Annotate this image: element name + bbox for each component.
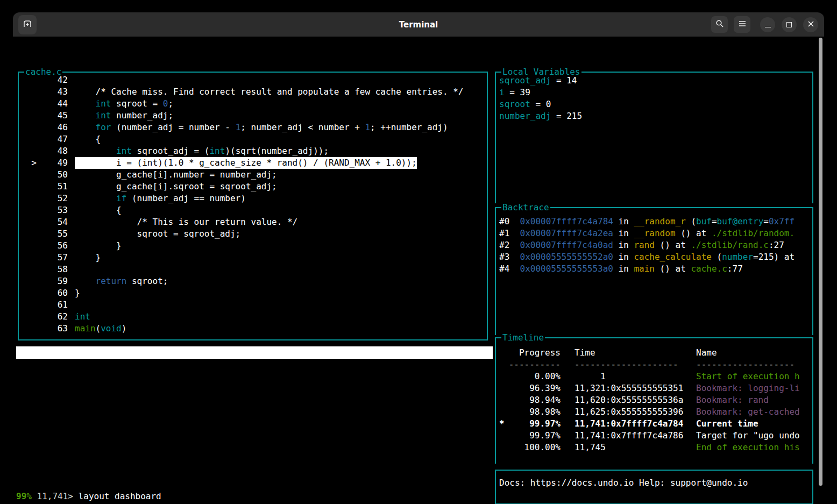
text-segment: (number_adj == number)	[126, 193, 246, 203]
current-line-marker	[19, 275, 37, 287]
timeline-progress: 98.94%	[505, 394, 561, 406]
current-line-marker	[19, 181, 37, 193]
scrollbar-thumb[interactable]	[819, 38, 822, 486]
text-segment: 0	[163, 98, 168, 109]
text-segment: ./stdlib/rand.c	[691, 240, 769, 250]
timeline-time: 11,741:0x7ffff7c4a786	[574, 430, 696, 442]
text-segment	[75, 193, 116, 203]
timeline-name: Bookmark: logging-li	[696, 382, 800, 394]
text-segment	[75, 146, 116, 156]
backtrace-panel: Backtrace #0 0x00007ffff7c4a784 in __ran…	[495, 207, 813, 335]
minimize-icon	[765, 27, 771, 27]
timeline-row-marker	[496, 347, 505, 359]
menu-button[interactable]	[734, 16, 750, 33]
timeline-progress: 99.97%	[505, 430, 561, 442]
text-segment: = 39	[505, 87, 530, 97]
line-number: 43	[37, 86, 68, 98]
timeline-separator: ----------------------------------------…	[496, 359, 812, 371]
text-segment: #0	[499, 216, 520, 226]
source-line: 63main(void)	[19, 323, 487, 335]
text-segment: 0x00005555555553a0	[520, 264, 613, 274]
status-context: extended-r Thread 1102703.1102 (cmd) In:…	[17, 359, 307, 371]
command-console[interactable]: 99% 11,741> layout dashboard99% 11,741>	[16, 490, 161, 504]
current-line-marker	[19, 122, 37, 133]
timeline-name: End of execution his	[696, 442, 800, 453]
text-segment: sqroot_adj	[499, 75, 551, 86]
close-button[interactable]	[803, 17, 818, 32]
timeline-time: 11,620:0x55555555536a	[574, 394, 696, 406]
text-segment: #4	[499, 264, 520, 274]
text-segment: }	[75, 240, 122, 251]
timeline-row-marker	[496, 394, 505, 406]
current-line-marker	[19, 74, 37, 86]
text-segment: () at	[655, 264, 691, 274]
code-text: int sqroot = 0;	[75, 98, 173, 110]
line-number: 48	[37, 145, 68, 157]
text-segment: ;	[168, 98, 173, 109]
source-line: 55 sqroot = sqroot_adj;	[19, 228, 487, 240]
timeline-name: Start of execution h	[696, 371, 800, 382]
source-line: 52 if (number_adj == number)	[19, 193, 487, 204]
line-number: 54	[37, 216, 68, 228]
text-segment: }	[75, 252, 101, 262]
text-segment: i	[499, 87, 505, 97]
source-line: 48 int sqroot_adj = (int)(sqrt(number_ad…	[19, 145, 487, 157]
variable-row: sqroot_adj = 14	[499, 75, 812, 87]
timeline-row-marker: *	[496, 418, 505, 430]
line-number: 46	[37, 122, 68, 133]
current-line-marker	[19, 311, 37, 323]
timeline-time: 1	[574, 371, 696, 382]
new-tab-button[interactable]	[18, 15, 37, 34]
backtrace-frame: #3 0x00005555555552a0 in cache_calculate…	[499, 251, 812, 263]
search-icon	[715, 19, 724, 30]
timeline-progress: 99.97%	[505, 418, 561, 430]
timeline-row-marker	[496, 442, 505, 453]
timeline-name: -------------------	[696, 359, 795, 371]
current-line-marker	[19, 252, 37, 264]
code-text: return sqroot;	[75, 275, 168, 287]
code-text: int	[75, 311, 90, 323]
timeline-name: Bookmark: get-cached	[696, 406, 800, 418]
terminal-screen[interactable]: cache.c 4243 /* Cache miss. Find correct…	[13, 37, 824, 504]
timeline-row: 99.97%11,741:0x7ffff7c4a786Target for "u…	[496, 430, 812, 442]
text-segment: in	[613, 240, 634, 250]
text-segment: =	[763, 216, 769, 226]
titlebar[interactable]: Terminal	[13, 12, 824, 37]
timeline-time: 11,741:0x7ffff7c4a784	[574, 418, 696, 430]
text-segment	[75, 110, 96, 120]
timeline-header: ProgressTimeName	[496, 347, 812, 359]
maximize-button[interactable]	[782, 17, 797, 32]
timeline-progress: 98.98%	[505, 406, 561, 418]
text-segment: () at	[655, 240, 691, 250]
text-segment: sqroot	[499, 99, 530, 109]
docs-text: Docs: https://docs.undo.io Help: support…	[496, 471, 812, 503]
minimize-button[interactable]	[760, 17, 775, 32]
line-number: 63	[37, 323, 68, 335]
search-button[interactable]	[711, 16, 728, 33]
source-line: 60}	[19, 287, 487, 299]
line-number: 60	[37, 287, 68, 299]
text-segment: (	[686, 216, 696, 226]
current-line-marker	[19, 110, 37, 122]
text-segment: #2	[499, 240, 520, 250]
source-code: 4243 /* Cache miss. Find correct result …	[19, 73, 487, 339]
source-line: 45 int number_adj;	[19, 110, 487, 122]
line-number: 62	[37, 311, 68, 323]
docs-panel: Docs: https://docs.undo.io Help: support…	[495, 470, 813, 504]
timeline-time: 11,625:0x555555555396	[574, 406, 696, 418]
line-number: 49	[37, 157, 68, 169]
status-line-number: L49	[360, 371, 376, 384]
current-line-marker: >	[19, 157, 37, 169]
hamburger-icon	[738, 19, 747, 30]
text-segment: /* Cache miss. Find correct result and p…	[75, 87, 463, 97]
timeline-row: 98.98%11,625:0x555555555396Bookmark: get…	[496, 406, 812, 418]
backtrace-frame: #1 0x00007ffff7c4a2ea in __random () at …	[499, 228, 812, 239]
timeline-progress: 0.00%	[505, 371, 561, 382]
text-segment: __random_r	[634, 216, 685, 226]
source-line: 43 /* Cache miss. Find correct result an…	[19, 86, 487, 98]
text-segment: number_adj	[499, 111, 551, 121]
source-line: 50 g_cache[i].number = number_adj;	[19, 169, 487, 181]
current-line-marker	[19, 204, 37, 216]
timeline-progress: 96.39%	[505, 382, 561, 394]
text-segment: in	[613, 252, 634, 262]
